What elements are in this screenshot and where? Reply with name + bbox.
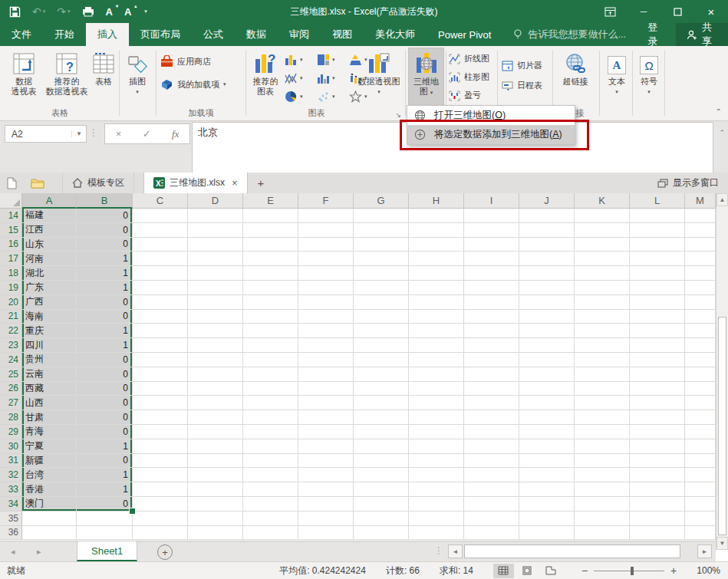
cell-C23[interactable] bbox=[133, 338, 188, 353]
cell-C29[interactable] bbox=[133, 425, 188, 439]
cell-A35[interactable] bbox=[22, 512, 77, 526]
cell-C33[interactable] bbox=[133, 482, 188, 497]
slicer-button[interactable]: 切片器 bbox=[502, 60, 542, 71]
cell-A29[interactable]: 青海 bbox=[22, 425, 77, 439]
cell-A31[interactable]: 新疆 bbox=[22, 454, 77, 469]
row-header-34[interactable]: 34 bbox=[0, 497, 22, 512]
cell-F24[interactable] bbox=[298, 353, 354, 367]
cell-C27[interactable] bbox=[133, 396, 188, 410]
column-header-M[interactable]: M bbox=[685, 193, 716, 209]
cell-J20[interactable] bbox=[519, 295, 575, 310]
scroll-left-icon[interactable]: ◄ bbox=[448, 544, 463, 558]
cell-L32[interactable] bbox=[630, 468, 685, 482]
cell-J24[interactable] bbox=[519, 353, 575, 367]
cell-L23[interactable] bbox=[630, 338, 685, 353]
cell-J31[interactable] bbox=[519, 454, 575, 469]
column-header-C[interactable]: C bbox=[133, 193, 188, 209]
insert-column-chart-button[interactable]: ▾ bbox=[285, 51, 317, 69]
cell-B32[interactable]: 1 bbox=[77, 468, 133, 482]
cell-L25[interactable] bbox=[630, 367, 685, 382]
cell-M19[interactable] bbox=[685, 281, 716, 295]
cell-F22[interactable] bbox=[298, 324, 354, 338]
font-decrease-icon[interactable]: A▾ bbox=[106, 6, 113, 18]
cell-F16[interactable] bbox=[298, 238, 354, 252]
cell-I33[interactable] bbox=[464, 482, 519, 497]
timeline-button[interactable]: 日程表 bbox=[502, 80, 542, 91]
cell-F20[interactable] bbox=[298, 295, 354, 310]
fill-handle[interactable] bbox=[129, 508, 136, 515]
ribbon-tab-1[interactable]: 开始 bbox=[43, 23, 86, 46]
row-header-25[interactable]: 25 bbox=[0, 367, 22, 382]
cell-L34[interactable] bbox=[630, 497, 685, 512]
cell-G31[interactable] bbox=[354, 454, 409, 469]
cell-L18[interactable] bbox=[630, 266, 685, 281]
cell-H25[interactable] bbox=[409, 367, 464, 382]
cell-K21[interactable] bbox=[575, 310, 630, 324]
cell-K24[interactable] bbox=[575, 353, 630, 367]
print-preview-icon[interactable] bbox=[82, 6, 94, 17]
cell-A32[interactable]: 台湾 bbox=[22, 468, 77, 482]
cell-H36[interactable] bbox=[409, 526, 464, 541]
cell-C34[interactable] bbox=[133, 497, 188, 512]
cell-A30[interactable]: 宁夏 bbox=[22, 439, 77, 454]
cell-B14[interactable]: 0 bbox=[77, 209, 133, 223]
cell-B31[interactable]: 0 bbox=[77, 454, 133, 469]
row-header-31[interactable]: 31 bbox=[0, 454, 22, 469]
cell-L30[interactable] bbox=[630, 439, 685, 454]
cell-F27[interactable] bbox=[298, 396, 354, 410]
cell-G26[interactable] bbox=[354, 382, 409, 396]
cell-I17[interactable] bbox=[464, 252, 519, 266]
cell-A14[interactable]: 福建 bbox=[22, 209, 77, 223]
zoom-slider-thumb[interactable] bbox=[631, 567, 634, 575]
cell-C25[interactable] bbox=[133, 367, 188, 382]
cell-C18[interactable] bbox=[133, 266, 188, 281]
cell-A17[interactable]: 河南 bbox=[22, 252, 77, 266]
cell-E34[interactable] bbox=[243, 497, 298, 512]
cell-K14[interactable] bbox=[575, 209, 630, 223]
cell-F17[interactable] bbox=[298, 252, 354, 266]
cell-C26[interactable] bbox=[133, 382, 188, 396]
cell-B35[interactable] bbox=[77, 512, 133, 526]
scroll-down-icon[interactable]: ▼ bbox=[716, 537, 728, 550]
ribbon-tab-8[interactable]: 美化大师 bbox=[364, 23, 427, 46]
cell-E33[interactable] bbox=[243, 482, 298, 497]
cell-B29[interactable]: 0 bbox=[77, 425, 133, 439]
cell-L28[interactable] bbox=[630, 410, 685, 425]
cell-F29[interactable] bbox=[298, 425, 354, 439]
cell-C28[interactable] bbox=[133, 410, 188, 425]
cell-D28[interactable] bbox=[188, 410, 243, 425]
cell-L33[interactable] bbox=[630, 482, 685, 497]
row-header-17[interactable]: 17 bbox=[0, 252, 22, 266]
row-header-32[interactable]: 32 bbox=[0, 468, 22, 482]
column-header-H[interactable]: H bbox=[409, 193, 464, 209]
column-header-B[interactable]: B bbox=[77, 193, 133, 209]
column-header-A[interactable]: A bbox=[22, 193, 77, 209]
cell-B25[interactable]: 0 bbox=[77, 367, 133, 382]
pivottable-button[interactable]: 数据 透视表 bbox=[5, 48, 43, 97]
cell-E21[interactable] bbox=[243, 310, 298, 324]
my-addins-button[interactable]: 我的加载项 ▾ bbox=[160, 78, 226, 90]
cell-D26[interactable] bbox=[188, 382, 243, 396]
select-all-corner[interactable] bbox=[0, 193, 22, 209]
cell-L27[interactable] bbox=[630, 396, 685, 410]
row-header-30[interactable]: 30 bbox=[0, 439, 22, 454]
cell-L17[interactable] bbox=[630, 252, 685, 266]
tab-scroll-splitter[interactable]: ⋮ bbox=[434, 545, 443, 556]
illustrations-button[interactable]: 插图 ▾ bbox=[120, 48, 154, 110]
redo-icon[interactable]: ↷▾ bbox=[57, 5, 70, 18]
share-button[interactable]: 共享 bbox=[676, 23, 728, 46]
cell-D31[interactable] bbox=[188, 454, 243, 469]
cell-M16[interactable] bbox=[685, 238, 716, 252]
cell-G15[interactable] bbox=[354, 223, 409, 238]
cell-K15[interactable] bbox=[575, 223, 630, 238]
cell-I18[interactable] bbox=[464, 266, 519, 281]
cell-H17[interactable] bbox=[409, 252, 464, 266]
cell-J22[interactable] bbox=[519, 324, 575, 338]
cell-J34[interactable] bbox=[519, 497, 575, 512]
row-header-21[interactable]: 21 bbox=[0, 310, 22, 324]
cell-M33[interactable] bbox=[685, 482, 716, 497]
cell-B36[interactable] bbox=[77, 526, 133, 541]
cell-G19[interactable] bbox=[354, 281, 409, 295]
page-layout-view-icon[interactable] bbox=[517, 564, 538, 578]
cell-G20[interactable] bbox=[354, 295, 409, 310]
